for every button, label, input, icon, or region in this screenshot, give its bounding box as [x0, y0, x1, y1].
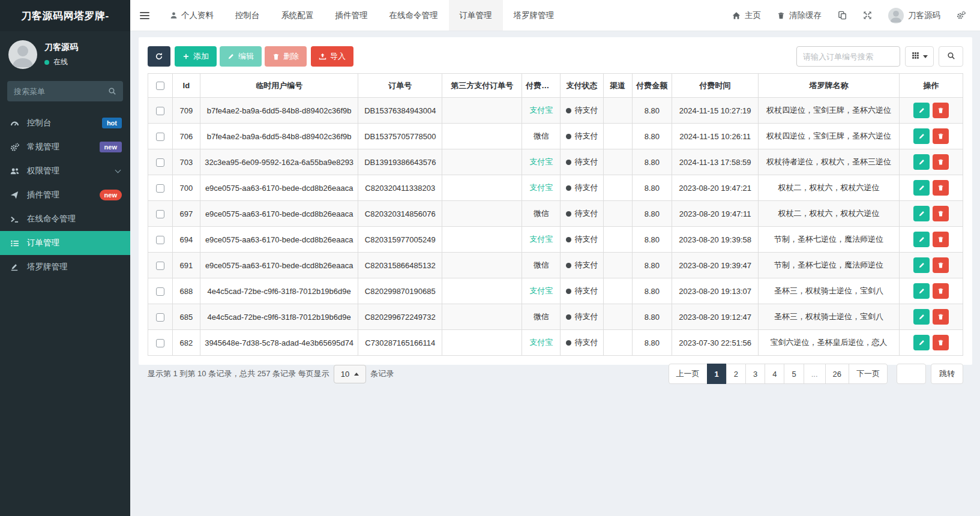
table-row: 694e9ce0575-aa63-6170-bede-dcd8b26eaacaC… [148, 227, 963, 253]
tab-label: 插件管理 [335, 10, 368, 21]
pencil-icon [227, 53, 235, 60]
sidebar-item-command[interactable]: 在线命令管理 [0, 207, 130, 231]
jump-page-input[interactable] [897, 364, 926, 384]
row-delete-button[interactable] [933, 335, 949, 350]
page-number-3[interactable]: 3 [745, 364, 765, 384]
row-edit-button[interactable] [913, 335, 930, 350]
row-delete-button[interactable] [933, 309, 949, 325]
row-checkbox[interactable] [156, 262, 164, 270]
row-checkbox[interactable] [156, 107, 164, 115]
row-edit-button[interactable] [913, 180, 930, 196]
status-label: 待支付 [575, 260, 598, 269]
row-checkbox[interactable] [156, 158, 164, 167]
row-delete-button[interactable] [933, 257, 949, 273]
row-checkbox[interactable] [156, 133, 164, 141]
row-delete-button[interactable] [933, 103, 949, 118]
row-checkbox[interactable] [156, 287, 164, 296]
delete-button[interactable]: 删除 [265, 46, 307, 67]
cell-user-no: e9ce0575-aa63-6170-bede-dcd8b26eaaca [200, 253, 358, 278]
home-button[interactable]: 主页 [732, 10, 761, 21]
page-number-4[interactable]: 4 [765, 364, 784, 384]
row-delete-button[interactable] [933, 232, 949, 247]
jump-button[interactable]: 跳转 [931, 364, 963, 384]
sidebar-menu: 控制台hot常规管理new权限管理插件管理new在线命令管理订单管理塔罗牌管理 [0, 111, 130, 279]
search-icon[interactable] [108, 87, 116, 95]
row-checkbox[interactable] [156, 236, 164, 244]
row-checkbox[interactable] [156, 313, 164, 322]
column-header: 付费时间 [672, 74, 759, 98]
orders-table: Id临时用户编号订单号第三方支付订单号付费渠道支付状态渠道付费金额付费时间塔罗牌… [148, 73, 963, 356]
sidebar-item-console[interactable]: 控制台hot [0, 111, 130, 135]
row-edit-button[interactable] [913, 103, 930, 118]
select-all-checkbox[interactable] [156, 82, 164, 90]
row-edit-button[interactable] [913, 283, 930, 299]
cell-time: 2024-11-15 10:27:19 [672, 98, 759, 124]
nav-tabs: 个人资料控制台系统配置插件管理在线命令管理订单管理塔罗牌管理 [159, 0, 565, 31]
menu-toggle-button[interactable] [130, 0, 159, 31]
status-label: 待支付 [575, 157, 598, 166]
sidebar-item-tarot[interactable]: 塔罗牌管理 [0, 255, 130, 279]
add-button[interactable]: 添加 [175, 46, 217, 67]
row-edit-button[interactable] [913, 154, 930, 170]
table-row: 697e9ce0575-aa63-6170-bede-dcd8b26eaacaC… [148, 201, 963, 227]
page-size-value: 10 [341, 370, 349, 379]
row-edit-button[interactable] [913, 232, 930, 247]
sidebar-item-permission[interactable]: 权限管理 [0, 159, 130, 183]
cell-third-no [442, 330, 522, 356]
page-number-2[interactable]: 2 [726, 364, 746, 384]
fullscreen-button[interactable] [863, 11, 872, 20]
edit-button[interactable]: 编辑 [220, 46, 262, 67]
row-delete-button[interactable] [933, 206, 949, 221]
sidebar-item-plugin[interactable]: 插件管理new [0, 183, 130, 207]
row-checkbox[interactable] [156, 339, 164, 347]
page-next-button[interactable]: 下一页 [849, 364, 888, 384]
sidebar-item-general[interactable]: 常规管理new [0, 135, 130, 159]
row-edit-button[interactable] [913, 257, 930, 273]
page-size-select[interactable]: 10 [334, 365, 366, 383]
row-delete-button[interactable] [933, 180, 949, 196]
row-edit-button[interactable] [913, 309, 930, 325]
tab-profile[interactable]: 个人资料 [159, 0, 224, 31]
row-delete-button[interactable] [933, 283, 949, 299]
tab-order[interactable]: 订单管理 [449, 0, 503, 31]
page-number-26[interactable]: 26 [825, 364, 849, 384]
clear-cache-button[interactable]: 清除缓存 [777, 10, 822, 21]
tab-system-config[interactable]: 系统配置 [271, 0, 325, 31]
cell-tarot: 节制，圣杯七逆位，魔法师逆位 [759, 227, 900, 253]
row-checkbox[interactable] [156, 184, 164, 193]
column-header: 操作 [900, 74, 963, 98]
order-search-input[interactable] [796, 46, 900, 67]
cell-channel: 微信 [522, 124, 561, 149]
cell-id: 694 [172, 227, 200, 253]
cell-actions [900, 98, 963, 124]
status-dot [566, 263, 571, 268]
tab-console[interactable]: 控制台 [224, 0, 271, 31]
language-button[interactable] [838, 11, 847, 20]
row-checkbox[interactable] [156, 210, 164, 218]
tab-plugin[interactable]: 插件管理 [325, 0, 379, 31]
cell-qudao [604, 124, 633, 149]
tab-tarot[interactable]: 塔罗牌管理 [503, 0, 565, 31]
cell-amount: 8.80 [632, 201, 672, 227]
page-number-1[interactable]: 1 [707, 364, 727, 384]
row-edit-button[interactable] [913, 206, 930, 221]
tab-label: 在线命令管理 [389, 10, 438, 21]
cell-status: 待支付 [561, 98, 604, 124]
summary-suffix: 条记录 [370, 368, 394, 379]
page-prev-button[interactable]: 上一页 [669, 364, 708, 384]
trash-icon [777, 11, 785, 20]
tab-command[interactable]: 在线命令管理 [379, 0, 449, 31]
row-edit-button[interactable] [913, 128, 930, 144]
user-menu[interactable]: 刀客源码 [888, 8, 940, 23]
search-button[interactable] [939, 46, 963, 67]
sidebar-search-input[interactable] [14, 87, 108, 96]
page-number-5[interactable]: 5 [784, 364, 804, 384]
settings-button[interactable] [957, 11, 966, 20]
refresh-button[interactable] [148, 46, 170, 67]
row-delete-button[interactable] [933, 128, 949, 144]
caret-up-icon [354, 373, 359, 376]
columns-dropdown-button[interactable] [905, 46, 934, 67]
sidebar-item-order[interactable]: 订单管理 [0, 231, 130, 255]
import-button[interactable]: 导入 [311, 46, 353, 67]
row-delete-button[interactable] [933, 154, 949, 170]
